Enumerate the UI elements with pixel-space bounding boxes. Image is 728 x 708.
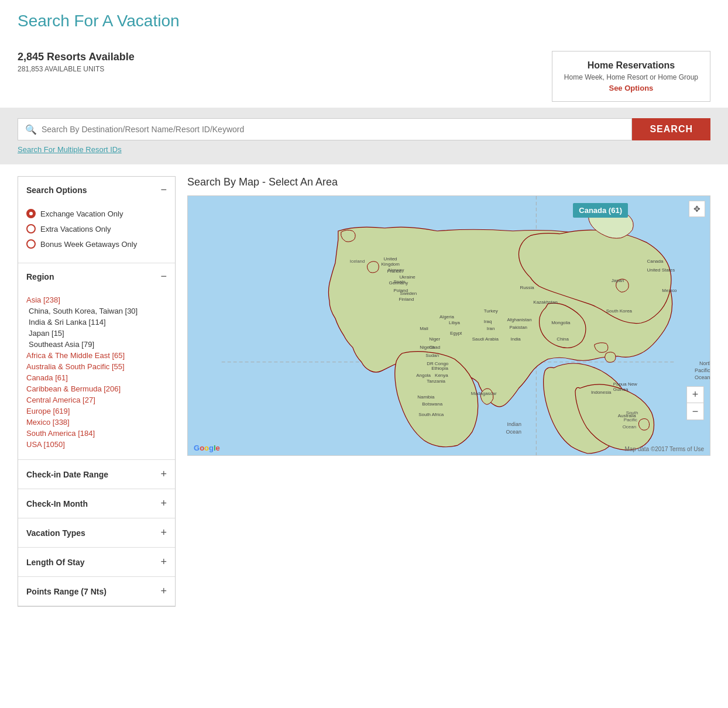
left-panel: Search Options − Exchange Vacation Only … — [18, 176, 176, 607]
radio-bonus-week[interactable]: Bonus Week Getaways Only — [26, 239, 167, 249]
region-body: Asia [238] China, South Korea, Taiwan [3… — [18, 290, 175, 459]
svg-text:Kazakhstan: Kazakhstan — [533, 300, 558, 305]
map-container[interactable]: Russia Iceland South Atlantic Indian Oce… — [187, 195, 710, 456]
region-asia-link[interactable]: Asia [238] — [26, 295, 167, 304]
home-reservations-subtitle: Home Week, Home Resort or Home Group — [564, 73, 698, 81]
search-icon: 🔍 — [25, 124, 37, 135]
checkin-month-title: Check-In Month — [26, 499, 88, 508]
checkin-date-range-plus-icon: + — [160, 468, 167, 480]
svg-text:Russia: Russia — [520, 285, 534, 290]
canada-tooltip: Canada (61) — [573, 203, 628, 218]
svg-text:Kingdom: Kingdom — [382, 262, 400, 267]
svg-text:Madagascar: Madagascar — [471, 391, 497, 396]
svg-text:Iceland: Iceland — [350, 259, 365, 264]
length-of-stay-section: Length Of Stay + — [18, 548, 175, 577]
resorts-available-count: 2,845 Resorts Available — [18, 51, 135, 63]
resorts-info: 2,845 Resorts Available 281,853 AVAILABL… — [18, 51, 135, 73]
svg-text:Angola: Angola — [416, 373, 431, 378]
region-section: Region − Asia [238] China, South Korea, … — [18, 263, 175, 460]
home-reservations-link[interactable]: See Options — [564, 84, 698, 92]
region-australia-link[interactable]: Australia & South Pacific [55] — [26, 362, 167, 371]
svg-text:United States: United States — [647, 267, 675, 273]
checkin-date-range-title: Check-in Date Range — [26, 470, 108, 479]
svg-text:Ukraine: Ukraine — [399, 274, 415, 280]
region-header[interactable]: Region − — [18, 263, 175, 290]
checkin-date-range-header[interactable]: Check-in Date Range + — [18, 460, 175, 489]
svg-text:Pakistan: Pakistan — [510, 325, 528, 330]
svg-text:Namibia: Namibia — [417, 394, 435, 400]
svg-text:Australia: Australia — [618, 413, 637, 418]
world-map-svg: Russia Iceland South Atlantic Indian Oce… — [188, 196, 710, 455]
main-content: Search Options − Exchange Vacation Only … — [0, 164, 728, 618]
search-options-header[interactable]: Search Options − — [18, 177, 175, 203]
region-caribbean-link[interactable]: Caribbean & Bermuda [206] — [26, 384, 167, 393]
region-africa-link[interactable]: Africa & The Middle East [65] — [26, 351, 167, 360]
home-reservations-title: Home Reservations — [564, 60, 698, 71]
region-south-america-link[interactable]: South America [184] — [26, 429, 167, 438]
svg-text:Ocean: Ocean — [623, 424, 636, 429]
radio-label-extra: Extra Vacations Only — [40, 225, 111, 233]
zoom-out-button[interactable]: − — [687, 403, 703, 420]
length-of-stay-plus-icon: + — [160, 556, 167, 568]
region-china-text: China, South Korea, Taiwan [30] — [26, 307, 167, 315]
search-multiple-resort-ids-link[interactable]: Search For Multiple Resort IDs — [18, 145, 122, 154]
svg-text:Sweden: Sweden — [400, 291, 417, 296]
points-range-header[interactable]: Points Range (7 Nts) + — [18, 577, 175, 606]
svg-text:Germany: Germany — [389, 280, 408, 286]
region-canada-link[interactable]: Canada [61] — [26, 373, 167, 382]
svg-text:Iraq: Iraq — [484, 319, 492, 324]
search-options-toggle-icon: − — [160, 184, 167, 196]
region-toggle-icon: − — [160, 270, 167, 283]
svg-text:Mexico: Mexico — [662, 288, 677, 293]
radio-circle-extra — [26, 224, 36, 233]
checkin-month-header[interactable]: Check-In Month + — [18, 489, 175, 518]
svg-text:South Korea: South Korea — [606, 308, 633, 314]
page-title: Search For A Vacation — [18, 12, 710, 30]
svg-text:North: North — [699, 360, 710, 366]
length-of-stay-title: Length Of Stay — [26, 558, 85, 567]
map-zoom-controls: + − — [686, 386, 704, 420]
region-mexico-link[interactable]: Mexico [338] — [26, 418, 167, 427]
svg-text:Indian: Indian — [507, 421, 521, 427]
radio-label-exchange: Exchange Vacation Only — [40, 209, 123, 218]
radio-circle-exchange — [26, 209, 36, 218]
region-europe-link[interactable]: Europe [619] — [26, 407, 167, 415]
svg-text:Indonesia: Indonesia — [591, 390, 612, 395]
svg-text:Pacific: Pacific — [695, 367, 710, 373]
svg-text:China: China — [557, 336, 569, 342]
vacation-types-title: Vacation Types — [26, 528, 85, 538]
search-button[interactable]: SEARCH — [632, 118, 710, 140]
svg-text:Mongolia: Mongolia — [551, 320, 571, 325]
svg-text:Norway: Norway — [388, 267, 404, 273]
svg-text:Saudi Arabia: Saudi Arabia — [472, 336, 499, 342]
map-google-logo: Google — [194, 444, 220, 452]
svg-text:Ethiopia: Ethiopia — [431, 366, 448, 371]
map-expand-button[interactable]: ✥ — [689, 201, 705, 217]
svg-text:Tanzania: Tanzania — [427, 379, 445, 384]
radio-extra-vacations[interactable]: Extra Vacations Only — [26, 224, 167, 233]
region-usa-link[interactable]: USA [1050] — [26, 440, 167, 449]
svg-text:Turkey: Turkey — [484, 308, 498, 314]
svg-text:United: United — [384, 256, 397, 262]
checkin-date-range-section: Check-in Date Range + — [18, 460, 175, 489]
vacation-types-header[interactable]: Vacation Types + — [18, 518, 175, 547]
length-of-stay-header[interactable]: Length Of Stay + — [18, 548, 175, 576]
search-row: 🔍 SEARCH — [18, 118, 710, 140]
svg-text:Sudan: Sudan — [425, 353, 439, 358]
region-japan-text: Japan [15] — [26, 329, 167, 338]
svg-text:Algeria: Algeria — [439, 314, 454, 319]
units-available-count: 281,853 AVAILABLE UNITS — [18, 65, 135, 73]
right-panel: Search By Map - Select An Area — [187, 176, 710, 607]
search-input[interactable] — [42, 119, 624, 140]
radio-exchange-vacation[interactable]: Exchange Vacation Only — [26, 209, 167, 218]
radio-label-bonus: Bonus Week Getaways Only — [40, 240, 137, 249]
region-central-america-link[interactable]: Central America [27] — [26, 396, 167, 404]
svg-text:Canada: Canada — [647, 259, 663, 264]
svg-text:Guinea: Guinea — [613, 387, 629, 392]
map-title: Search By Map - Select An Area — [187, 176, 710, 188]
zoom-in-button[interactable]: + — [687, 387, 703, 403]
svg-text:Mali: Mali — [420, 326, 428, 331]
svg-text:Ocean: Ocean — [506, 429, 521, 435]
page-header: Search For A Vacation — [0, 0, 728, 45]
svg-text:Iran: Iran — [487, 326, 495, 331]
